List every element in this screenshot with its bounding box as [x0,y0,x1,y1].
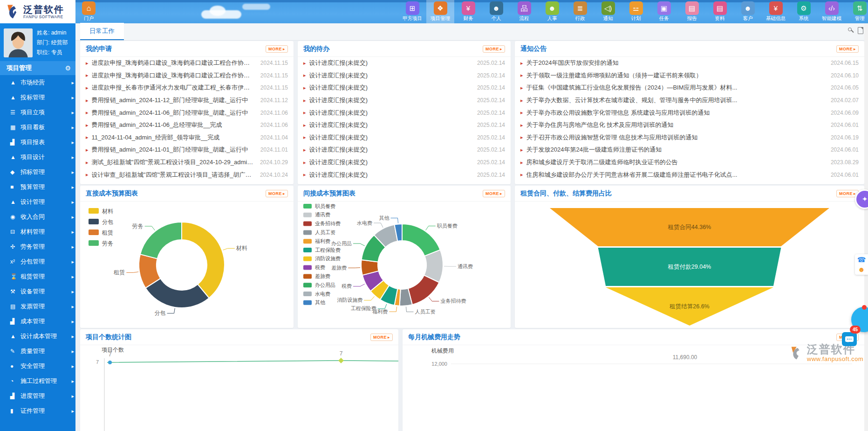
list-item[interactable]: 设计进度汇报(未提交)2025.02.14 [298,106,511,119]
more-button[interactable]: MORE [370,334,393,341]
sidebar-item-label: 进度管理 [21,392,45,400]
more-button[interactable]: MORE [483,45,505,53]
more-button[interactable]: MORE [266,190,288,197]
list-item[interactable]: 进度款申报_珠海鹤港口建设_珠海鹤港口建设工程合作协议书_admin_...20… [80,70,294,82]
list-item[interactable]: 设计进度汇报(未提交)2025.02.14 [298,94,511,107]
top-nav-item-4[interactable]: 品流程 [510,0,538,23]
list-item[interactable]: 进度款申报_珠海鹤港口建设_珠海鹤港口建设工程合作协议书_admin_...20… [80,57,294,70]
top-nav-item-14[interactable]: ⚙系统 [790,0,818,23]
sidebar-item-4[interactable]: ▟项目报表 [0,135,75,150]
sidebar-item-8[interactable]: ▲设计管理 [0,195,75,209]
top-nav-item-9[interactable]: ▣任务 [650,0,678,23]
top-nav-item-7[interactable]: ◁)通知 [594,0,622,23]
sidebar-item-16[interactable]: ▟成本管理 [0,314,75,329]
list-item[interactable]: 设计进度汇报(未提交)2025.02.14 [298,144,511,156]
top-nav-item-13[interactable]: ¥基础信息 [762,0,790,23]
sidebar-item-17[interactable]: ▲设计成本管理 [0,329,75,344]
sidebar-item-19[interactable]: ●安全管理 [0,359,75,374]
chat-bubble-icon[interactable]: ••• [842,332,857,346]
list-item-date: 2024.10.24 [260,172,288,178]
svg-text:水电费: 水电费 [315,291,330,297]
list-item-text: 关于2024年国庆节放假安排的通知 [526,59,825,67]
list-item[interactable]: 设计进度汇报(未提交)2025.02.14 [298,119,511,132]
top-nav-item-3[interactable]: ☻个人 [482,0,510,23]
sidebar-item-14[interactable]: ⚒设备管理 [0,284,75,299]
list-item[interactable]: 进度款申报_长春市伊通河水力发电厂改建工程_长春市伊通河水力发电...2024.… [80,82,294,94]
list-item[interactable]: 关于举办大数据、云计算技术在城市建设、规划、管理与服务中的应用培训班...202… [515,94,864,107]
list-item[interactable]: 设计进度汇报(未提交)2025.02.14 [298,156,511,169]
list-item[interactable]: 房和城乡建设厅关于取消二级建造师临时执业证书的公告2023.08.29 [515,156,864,169]
list-item[interactable]: 住房和城乡建设部办公厅关于同意吉林省开展二级建造师注册证书电子化试点...202… [515,168,864,181]
svg-text:11,690.00: 11,690.00 [673,354,697,361]
top-nav-item-label: 通知 [603,15,613,22]
top-nav-item-10[interactable]: ▤报告 [678,0,706,23]
sidebar-item-13[interactable]: ⌛租赁管理 [0,269,75,284]
list-item[interactable]: 设计进度汇报(未提交)2025.02.14 [298,132,511,144]
top-nav-item-1[interactable]: ❖项目管理 [426,0,454,23]
qq-icon[interactable]: ☻ [858,266,865,273]
list-item-text: 于征集《中国建筑施工行业信息化发展报告（2024）—BIM应用与发展》材料... [526,83,825,92]
top-nav-item-16[interactable]: ⇅管理 [846,0,868,23]
list-item[interactable]: 设计进度汇报(未提交)2025.02.14 [298,168,511,181]
more-button[interactable]: MORE [483,190,505,197]
sidebar-item-1[interactable]: ▲投标管理 [0,90,75,105]
list-item[interactable]: 关于举办市政公用设施数字化管理信息 系统建设与应用培训班的通知2024.06.0… [515,106,864,119]
list-item[interactable]: 设计进度汇报(未提交)2025.02.14 [298,57,511,70]
top-nav-item-15[interactable]: ‹/›智能建模 [818,0,846,23]
list-item[interactable]: 关于领取一级注册建造师增项贴的通知（须持一建证书前来领取）2024.06.10 [515,70,864,82]
page-icon[interactable] [858,27,863,34]
list-item[interactable]: 关于发放2024年第24批一级建造师注册证书的通知2024.06.01 [515,144,864,156]
gear-icon[interactable]: ⚙ [65,64,71,72]
list-item[interactable]: 费用报销_admin_2024-11-06_总经理审批__完成2024.11.0… [80,119,294,132]
list-item[interactable]: 费用报销_admin_2024-11-06_部门经理审批_胡建,_运行中2024… [80,106,294,119]
phone-icon[interactable]: ☎ [857,256,866,263]
list-item[interactable]: 设计进度汇报(未提交)2025.02.14 [298,82,511,94]
sidebar-item-15[interactable]: ▤发票管理 [0,299,75,314]
mountain-icon: ▲ [10,94,21,101]
top-nav-item-5[interactable]: ☻人事 [538,0,566,23]
list-item[interactable]: 11_2024-11-04_admin_经营部_领导审批__完成2024.11.… [80,132,294,144]
more-button[interactable]: MORE [266,45,288,53]
sidebar-module-header[interactable]: 项目管理 ⚙ [0,61,75,75]
sidebar-item-0[interactable]: ▲市场经营 [0,75,75,90]
sidebar-item-7[interactable]: ■预算管理 [0,180,75,195]
sidebar-item-10[interactable]: ⊟材料管理 [0,224,75,239]
nav-portal[interactable]: ⌂ 门户 [79,0,98,23]
sidebar-item-6[interactable]: ◆招标管理 [0,165,75,180]
sidebar-item-18[interactable]: ✎质量管理 [0,344,75,359]
top-nav-item-12[interactable]: ☻客户 [734,0,762,23]
sidebar-item-20[interactable]: ◔施工过程管理 [0,374,75,389]
list-item[interactable]: 费用报销_admin_2024-11-12_部门经理审批_胡建,_运行中2024… [80,94,294,107]
top-nav-item-11[interactable]: ▤资料 [706,0,734,23]
top-nav-item-8[interactable]: ⚍计划 [622,0,650,23]
list-item[interactable]: 关于2024年国庆节放假安排的通知2024.06.15 [515,57,864,70]
list-item[interactable]: 设计进度汇报(未提交)2025.02.14 [298,70,511,82]
key-icon[interactable] [848,28,854,34]
more-button[interactable]: MORE [836,45,859,53]
sidebar-item-2[interactable]: ☰项目立项 [0,105,75,120]
sidebar-item-12[interactable]: x²分包管理 [0,254,75,269]
sidebar-item-11[interactable]: ✣劳务管理 [0,239,75,254]
speaker-icon: ◁) [601,1,615,15]
svg-text:办公用品: 办公用品 [315,282,335,288]
list-item[interactable]: 关于举办住房与房地产信息化 技术及应用培训班的通知2024.06.01 [515,119,864,132]
sidebar-item-5[interactable]: ▲项目设计 [0,150,75,165]
svg-text:水电费: 水电费 [357,220,372,226]
top-nav-item-0[interactable]: ⊞甲方项目 [398,0,426,23]
sidebar-item-label: 招标管理 [21,168,45,176]
hourglass-icon: ⌛ [10,273,21,280]
sidebar-item-3[interactable]: ▦项目看板 [0,120,75,135]
sidebar-item-22[interactable]: ▮证件管理 [0,403,75,418]
list-item[interactable]: 关于召开市政公用设施智慧化管理 信息技术与应用培训班的通知2024.06.19 [515,132,864,144]
top-nav-item-2[interactable]: ¥财务 [454,0,482,23]
list-item[interactable]: 测试_彭祖新城"四馆"景观工程设计项目_2024-10-29_admin_结束_… [80,156,294,169]
list-item[interactable]: 于征集《中国建筑施工行业信息化发展报告（2024）—BIM应用与发展》材料...… [515,82,864,94]
sidebar-item-21[interactable]: ▟进度管理 [0,389,75,403]
tab-daily-work[interactable]: 日常工作 [80,23,124,40]
top-nav-item-6[interactable]: ≣行政 [566,0,594,23]
sidebar-item-9[interactable]: ◉收入合同 [0,209,75,224]
list-item[interactable]: 费用报销_admin_2024-11-01_部门经理审批_胡建,_运行中2024… [80,144,294,156]
svg-text:材料: 材料 [236,245,247,251]
sidebar-item-label: 投标管理 [21,93,45,102]
list-item[interactable]: 设计审查_彭祖新城"四馆"景观工程设计项目_请选择_胡广生_2024-10-2.… [80,168,294,181]
